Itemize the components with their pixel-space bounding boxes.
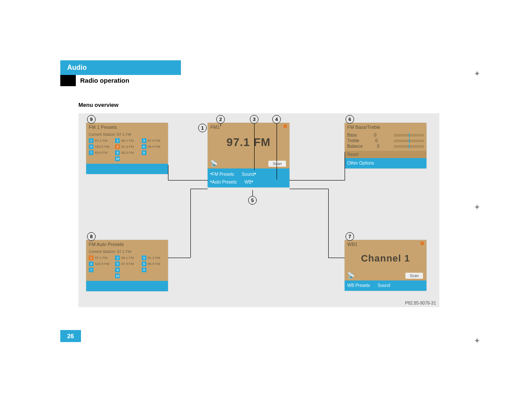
callout-2: 2 bbox=[216, 115, 225, 124]
callout-9: 9 bbox=[87, 115, 96, 124]
softkey-sound[interactable]: Sound• bbox=[242, 171, 256, 177]
screen-wb: WB1 Channel 1 📡 Scan WB Presets Sound bbox=[345, 240, 426, 291]
indicator-icon bbox=[420, 242, 424, 245]
menu-overview-diagram: FM 1 Presets Current Station: 97.1 FM 19… bbox=[78, 113, 439, 307]
image-reference-code: P82.85-9076-31 bbox=[405, 301, 436, 305]
band-label: WB1 bbox=[347, 242, 358, 247]
section-row: Radio operation bbox=[60, 75, 457, 86]
current-station-label: Current Station: 97.1 FM bbox=[89, 132, 165, 137]
balance-slider[interactable] bbox=[394, 145, 424, 148]
callout-8: 8 bbox=[87, 232, 96, 241]
preset-grid: 197.1 FM 298.1 FM 391.3 FM 4103.5 FM 587… bbox=[89, 255, 165, 278]
reset-row[interactable]: Reset bbox=[345, 151, 426, 158]
scan-button[interactable]: Scan bbox=[268, 161, 286, 167]
softkey-bar: •FM Presets Sound• •Auto Presets WB• bbox=[208, 168, 289, 187]
preset-grid: 197.1 FM 298.1 FM 387.9 FM 4103.5 FM 591… bbox=[89, 138, 165, 161]
softkey-auto-presets[interactable]: •Auto Presets bbox=[210, 179, 236, 185]
treble-slider[interactable] bbox=[394, 140, 424, 142]
callout-4: 4 bbox=[272, 115, 281, 124]
frequency-display: 97.1 FM bbox=[210, 132, 287, 150]
section-title: Radio operation bbox=[76, 75, 134, 86]
section-marker bbox=[60, 75, 76, 86]
screen-title: FM Auto Presets bbox=[86, 240, 168, 249]
crop-mark-icon: ✦ bbox=[474, 202, 480, 212]
softkey-sound[interactable]: Sound bbox=[378, 283, 390, 288]
band-label: FM1 bbox=[210, 125, 220, 130]
callout-6: 6 bbox=[345, 115, 354, 124]
scan-button[interactable]: Scan bbox=[405, 273, 423, 279]
current-station-label: Current Station: 97.1 FM bbox=[89, 249, 165, 254]
callout-7: 7 bbox=[345, 232, 354, 241]
softkey-other-options[interactable]: Other Options bbox=[347, 161, 374, 166]
softkey-wb[interactable]: WB• bbox=[244, 179, 253, 185]
antenna-icon: 📡 bbox=[210, 160, 218, 167]
screen-fm1-presets: FM 1 Presets Current Station: 97.1 FM 19… bbox=[86, 123, 168, 174]
callout-3: 3 bbox=[250, 115, 258, 124]
channel-display: Channel 1 bbox=[347, 249, 424, 265]
softkey-wb-presets[interactable]: WB Presets bbox=[347, 283, 370, 288]
indicator-icon bbox=[283, 125, 287, 128]
screen-title: FM 1 Presets bbox=[86, 123, 168, 131]
callout-1: 1 bbox=[198, 124, 207, 132]
bass-slider[interactable] bbox=[394, 134, 424, 137]
chapter-heading: Audio bbox=[60, 60, 181, 75]
crop-mark-icon: ✦ bbox=[474, 336, 480, 346]
softkey-bar bbox=[86, 281, 168, 291]
screen-bass-treble: FM Bass/Treble Bass0 Treble0 Balance0 Re… bbox=[345, 123, 426, 168]
screen-title: FM Bass/Treble bbox=[345, 123, 426, 131]
softkey-bar bbox=[86, 164, 168, 174]
manual-page: Audio Radio operation Menu overview FM 1… bbox=[60, 60, 457, 307]
callout-5: 5 bbox=[248, 196, 257, 205]
page-number: 26 bbox=[60, 330, 81, 342]
screen-main-radio: FM1 97.1 FM 📡 Scan •FM Presets Sound• •A… bbox=[208, 123, 289, 187]
crop-mark-icon: ✦ bbox=[474, 69, 480, 78]
antenna-icon: 📡 bbox=[347, 272, 355, 279]
softkey-bar: Other Options bbox=[345, 158, 426, 168]
subsection-title: Menu overview bbox=[78, 102, 457, 108]
softkey-fm-presets[interactable]: •FM Presets bbox=[210, 171, 234, 177]
screen-fm-auto-presets: FM Auto Presets Current Station: 97.1 FM… bbox=[86, 240, 168, 291]
softkey-bar: WB Presets Sound bbox=[345, 280, 426, 291]
